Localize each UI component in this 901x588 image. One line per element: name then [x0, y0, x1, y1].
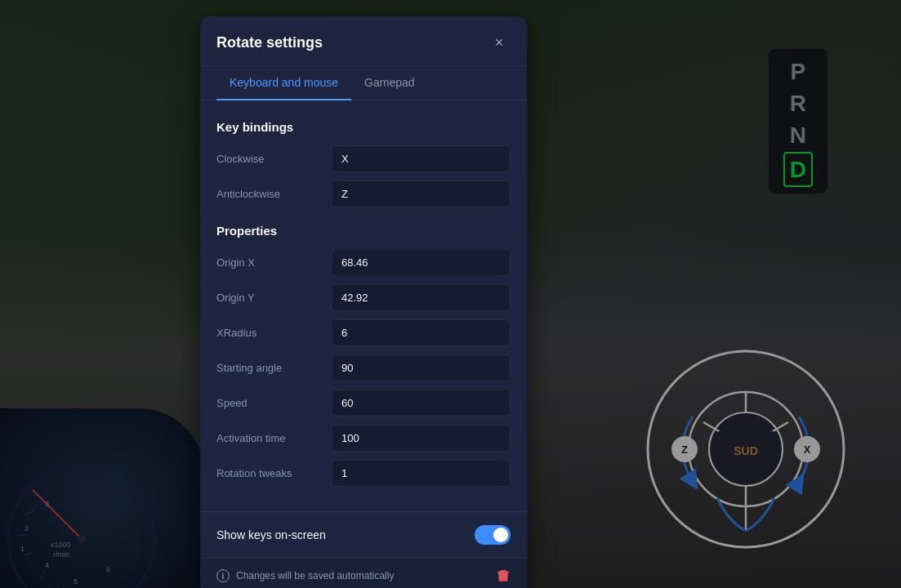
tab-gamepad[interactable]: Gamepad — [351, 66, 427, 100]
tabs-container: Keyboard and mouse Gamepad — [200, 66, 527, 100]
origin-y-label: Origin Y — [216, 292, 331, 304]
properties-title: Properties — [216, 224, 511, 238]
starting-angle-label: Starting angle — [216, 362, 331, 374]
origin-x-input[interactable] — [331, 249, 511, 276]
trash-icon — [496, 568, 511, 583]
clockwise-input[interactable] — [331, 145, 511, 172]
xradius-row: XRadius — [216, 319, 511, 346]
activation-time-row: Activation time — [216, 425, 511, 452]
origin-x-row: Origin X — [216, 249, 511, 276]
xradius-input[interactable] — [331, 319, 511, 346]
properties-section: Properties Origin X Origin Y XRadius Sta… — [216, 224, 511, 487]
show-keys-toggle[interactable] — [475, 525, 511, 545]
rotation-tweaks-label: Rotation tweaks — [216, 467, 331, 479]
rotation-tweaks-row: Rotation tweaks — [216, 460, 511, 487]
close-button[interactable]: × — [488, 31, 511, 54]
xradius-label: XRadius — [216, 327, 331, 339]
show-keys-label: Show keys on-screen — [216, 528, 326, 541]
footer-info-text: Changes will be saved automatically — [236, 570, 394, 581]
activation-time-input[interactable] — [331, 425, 511, 452]
rotate-settings-modal: Rotate settings × Keyboard and mouse Gam… — [200, 16, 527, 588]
starting-angle-input[interactable] — [331, 354, 511, 381]
show-keys-row: Show keys on-screen — [200, 511, 527, 558]
anticlockwise-row: Anticlockwise — [216, 180, 511, 207]
modal-content: Key bindings Clockwise Anticlockwise Pro… — [200, 100, 527, 511]
speed-row: Speed — [216, 390, 511, 416]
starting-angle-row: Starting angle — [216, 354, 511, 381]
speed-label: Speed — [216, 397, 331, 409]
clockwise-row: Clockwise — [216, 145, 511, 172]
modal-header: Rotate settings × — [200, 16, 527, 66]
modal-overlay: Rotate settings × Keyboard and mouse Gam… — [0, 0, 901, 588]
anticlockwise-label: Anticlockwise — [216, 188, 331, 200]
rotation-tweaks-input[interactable] — [331, 460, 511, 487]
modal-title: Rotate settings — [216, 34, 323, 51]
modal-footer: i Changes will be saved automatically — [200, 558, 527, 588]
tab-keyboard[interactable]: Keyboard and mouse — [216, 66, 351, 100]
anticlockwise-input[interactable] — [331, 180, 511, 207]
delete-button[interactable] — [496, 568, 511, 583]
speed-input[interactable] — [331, 390, 511, 416]
origin-x-label: Origin X — [216, 256, 331, 269]
activation-time-label: Activation time — [216, 432, 331, 444]
footer-info: i Changes will be saved automatically — [216, 569, 394, 582]
key-bindings-title: Key bindings — [216, 120, 511, 134]
origin-y-row: Origin Y — [216, 284, 511, 311]
origin-y-input[interactable] — [331, 284, 511, 311]
clockwise-label: Clockwise — [216, 153, 331, 165]
info-icon: i — [216, 569, 230, 582]
key-bindings-section: Key bindings Clockwise Anticlockwise — [216, 120, 511, 207]
